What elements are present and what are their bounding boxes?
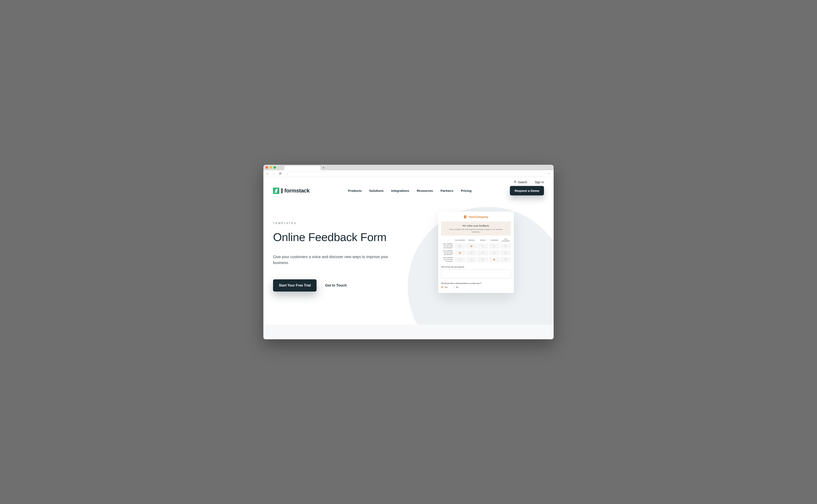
radio-icon: [470, 259, 472, 261]
scale-col-3: Neutral: [477, 239, 488, 241]
scale-col-1: Very Satisfied: [455, 239, 465, 241]
preview-yes-label: Yes: [444, 286, 448, 288]
radio-selected-icon: [441, 286, 443, 288]
request-demo-button[interactable]: Request a Demo: [510, 186, 544, 195]
radio-icon: [482, 259, 484, 261]
preview-q1-label: How satisfied are you with our product?: [441, 243, 454, 249]
radio-selected-icon: [470, 245, 472, 247]
preview-logo-icon: [464, 215, 467, 219]
window-minimize-icon[interactable]: [269, 166, 272, 169]
sign-in-link[interactable]: Sign In: [535, 180, 544, 184]
radio-icon: [505, 252, 507, 254]
brand-logo[interactable]: formstack: [273, 187, 310, 194]
window-titlebar: +: [263, 165, 554, 170]
radio-icon: [459, 245, 461, 247]
forward-button: →: [272, 172, 276, 176]
radio-icon: [453, 286, 455, 288]
preview-yes-no: Yes No: [441, 286, 511, 288]
preview-improve-label: Tell us how we can improve: [441, 266, 511, 268]
browser-menu-button[interactable]: ⋯: [546, 172, 552, 176]
preview-question-row: How satisfied are you with our product?: [441, 243, 511, 249]
radio-icon: [459, 259, 461, 261]
hero-lede: Give your customers a voice and discover…: [273, 254, 391, 266]
preview-q2-label: How satisfied are you with our service?: [441, 250, 454, 256]
nav-solutions[interactable]: Solutions: [369, 189, 383, 192]
nav-products[interactable]: Products: [348, 189, 362, 192]
page: Search Sign In formstack Products Soluti…: [263, 177, 554, 339]
site-search-label: Search: [518, 180, 527, 184]
radio-icon: [470, 252, 472, 254]
start-trial-button[interactable]: Start Your Free Trial: [273, 279, 317, 292]
hero-eyebrow: TEMPLATES: [273, 221, 408, 225]
svg-point-0: [514, 181, 516, 182]
get-in-touch-link[interactable]: Get In Touch: [325, 283, 347, 288]
hero-copy: TEMPLATES Online Feedback Form Give your…: [273, 213, 408, 293]
preview-textarea: [441, 269, 511, 279]
back-button[interactable]: ←: [265, 172, 270, 176]
template-preview-card: YourCompany We value your feedback. Plea…: [438, 211, 514, 293]
footer-band: [263, 325, 554, 339]
radio-icon: [482, 245, 484, 247]
preview-banner: We value your feedback. Please complete …: [441, 221, 511, 236]
window-controls: [265, 166, 276, 169]
address-search-icon: ⌕: [287, 172, 288, 175]
preview-banner-title: We value your feedback.: [446, 224, 506, 227]
brand-mark-icon: [273, 188, 279, 194]
scale-col-5: Very Unsatisfied: [500, 238, 511, 242]
scale-col-4: Unsatisfied: [489, 239, 499, 241]
radio-icon: [482, 252, 484, 254]
nav-resources[interactable]: Resources: [417, 189, 433, 192]
search-icon: [514, 180, 517, 184]
radio-icon: [493, 252, 495, 254]
browser-tab[interactable]: [284, 166, 321, 170]
site-search[interactable]: Search: [514, 180, 527, 184]
reload-button[interactable]: ⟳: [278, 172, 282, 176]
utility-nav: Search Sign In: [263, 177, 554, 184]
primary-nav: Products Solutions Integrations Resource…: [348, 189, 472, 192]
preview-scale-header: Very Satisfied Satisfied Neutral Unsatis…: [441, 238, 511, 242]
radio-selected-icon: [459, 252, 461, 254]
preview-company-logo: YourCompany: [441, 215, 511, 219]
window-close-icon[interactable]: [265, 166, 268, 169]
radio-icon: [493, 245, 495, 247]
preview-option-no: No: [453, 286, 459, 288]
window-zoom-icon[interactable]: [273, 166, 276, 169]
page-title: Online Feedback Form: [273, 231, 408, 244]
preview-q3-label: How satisfied are you with our team?: [441, 257, 454, 262]
new-tab-button[interactable]: +: [321, 165, 326, 170]
preview-banner-subtitle: Please complete the following form and h…: [446, 228, 506, 233]
radio-selected-icon: [493, 259, 495, 261]
svg-line-1: [516, 182, 516, 183]
preview-contact-question: Would you like a representative to conta…: [441, 282, 511, 284]
preview-likert-matrix: Very Satisfied Satisfied Neutral Unsatis…: [441, 238, 511, 262]
preview-option-yes: Yes: [441, 286, 448, 288]
preview-question-row: How satisfied are you with our service?: [441, 250, 511, 256]
hero-actions: Start Your Free Trial Get In Touch: [273, 279, 408, 292]
tab-strip: +: [284, 165, 326, 170]
preview-company-name: YourCompany: [468, 215, 488, 219]
nav-integrations[interactable]: Integrations: [391, 189, 409, 192]
browser-window: + ← → ⟳ ⌕ ⋯ Search Sign In formstack: [263, 165, 554, 339]
site-header: formstack Products Solutions Integration…: [263, 184, 554, 200]
brand-bars-icon: [281, 188, 283, 193]
scale-col-2: Satisfied: [466, 239, 476, 241]
radio-icon: [505, 245, 507, 247]
hero-illustration: YourCompany We value your feedback. Plea…: [416, 213, 551, 293]
nav-pricing[interactable]: Pricing: [461, 189, 472, 192]
hero: TEMPLATES Online Feedback Form Give your…: [263, 200, 554, 293]
address-bar[interactable]: ⌕: [284, 171, 544, 176]
brand-wordmark: formstack: [284, 187, 310, 194]
preview-no-label: No: [456, 286, 459, 288]
radio-icon: [505, 259, 507, 261]
nav-partners[interactable]: Partners: [440, 189, 453, 192]
browser-toolbar: ← → ⟳ ⌕ ⋯: [263, 170, 554, 177]
preview-question-row: How satisfied are you with our team?: [441, 257, 511, 262]
